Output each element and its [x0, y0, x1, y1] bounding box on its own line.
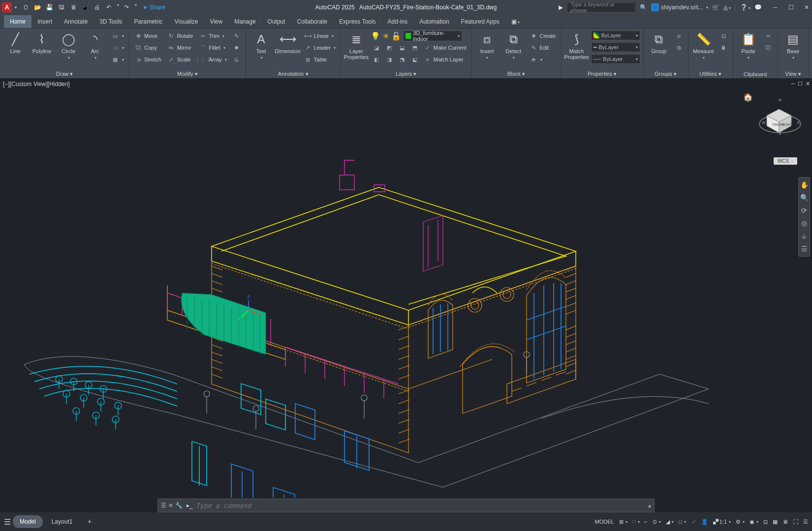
- panel-draw-label[interactable]: Draw ▾: [3, 70, 126, 78]
- app-menu-icon[interactable]: A: [2, 2, 12, 12]
- transparency-icon[interactable]: 👤: [701, 519, 708, 525]
- cart-icon[interactable]: 🛒: [712, 4, 719, 11]
- edit-block-button[interactable]: ✎Edit: [528, 42, 558, 53]
- arc-button[interactable]: ◝Arc▾: [83, 30, 107, 60]
- annotation-monitor-icon[interactable]: ⊡: [763, 519, 768, 525]
- tab-collaborate[interactable]: Collaborate: [291, 15, 333, 28]
- layer-tool8[interactable]: ⬕: [409, 54, 421, 65]
- group-button[interactable]: ⧉Group: [647, 30, 671, 54]
- tab-visualize[interactable]: Visualize: [169, 15, 204, 28]
- vp-minimize[interactable]: ─: [791, 81, 795, 87]
- osnap-icon[interactable]: □ ▾: [679, 519, 686, 525]
- util2[interactable]: 🖩: [718, 42, 730, 53]
- table-button[interactable]: ⊞Table: [302, 54, 338, 65]
- panel-layers-label[interactable]: Layers ▾: [344, 70, 468, 78]
- plot-icon[interactable]: 🖨: [93, 3, 101, 12]
- customize-status-icon[interactable]: ☰: [803, 519, 808, 525]
- chat-icon[interactable]: 💬: [754, 4, 762, 11]
- cmd-expand-icon[interactable]: ▴: [648, 502, 651, 509]
- vp-close[interactable]: ✕: [806, 81, 810, 87]
- hatch-button[interactable]: ▦▾: [109, 54, 126, 65]
- vp-maximize[interactable]: ☐: [798, 81, 803, 87]
- autodesk-icon[interactable]: ◬▾: [723, 4, 731, 11]
- dimension-button[interactable]: ⟷Dimension: [276, 30, 300, 54]
- match-layer-button[interactable]: ≡Match Layer: [422, 54, 466, 65]
- status-model[interactable]: MODEL: [594, 519, 614, 525]
- mobile-icon[interactable]: 📱: [81, 3, 90, 12]
- undo-icon[interactable]: ↶: [104, 3, 113, 12]
- polyline-button[interactable]: ⌇Polyline: [30, 30, 54, 54]
- create-block-button[interactable]: ✚Create: [528, 30, 558, 41]
- copy-clip-button[interactable]: ⿻: [763, 42, 775, 53]
- tab-parametric[interactable]: Parametric: [128, 15, 169, 28]
- panel-properties-label[interactable]: Properties ▾: [564, 70, 640, 78]
- circle-button[interactable]: ◯Circle▾: [56, 30, 81, 60]
- text-button[interactable]: AText▾: [249, 30, 274, 60]
- tab-featuredapps[interactable]: Featured Apps: [455, 15, 505, 28]
- snap-icon[interactable]: ∷ ▾: [632, 519, 640, 525]
- isolate-icon[interactable]: ▦: [773, 519, 778, 525]
- tab-view[interactable]: View: [204, 15, 228, 28]
- layer-properties-button[interactable]: ≣Layer Properties: [344, 30, 369, 60]
- paste-button[interactable]: 📋Paste▾: [736, 30, 761, 60]
- cmd-close-icon[interactable]: ✕: [168, 502, 173, 509]
- menu-icon[interactable]: ☰: [4, 517, 11, 527]
- layout1-tab[interactable]: Layout1: [45, 515, 80, 528]
- mirror-button[interactable]: ⇋Mirror: [165, 42, 195, 53]
- layer-tool1[interactable]: ◪: [371, 42, 382, 53]
- ortho-icon[interactable]: ⌐: [645, 519, 648, 525]
- edit-attr-button[interactable]: ⬘▾: [528, 54, 558, 65]
- app-menu-dropdown[interactable]: ▼: [14, 5, 18, 10]
- tab-insert[interactable]: Insert: [31, 15, 58, 28]
- layer-sun-icon[interactable]: ☀: [382, 31, 389, 41]
- panel-annotation-label[interactable]: Annotation ▾: [249, 70, 338, 78]
- open-icon[interactable]: 📂: [33, 3, 42, 12]
- save-icon[interactable]: 💾: [45, 3, 54, 12]
- layer-bulb-icon[interactable]: 💡: [371, 31, 380, 41]
- line-button[interactable]: ╱Line: [3, 30, 28, 54]
- eraser-button[interactable]: ✎: [231, 30, 243, 41]
- share-button[interactable]: ➤ Share: [143, 4, 165, 11]
- maximize-button[interactable]: ☐: [787, 4, 794, 11]
- trim-button[interactable]: ✂Trim▾: [197, 30, 228, 41]
- layer-tool4[interactable]: ⬒: [409, 42, 421, 53]
- explode-button[interactable]: ✸: [231, 42, 243, 53]
- panel-utilities-label[interactable]: Utilities ▾: [691, 70, 730, 78]
- panel-modify-label[interactable]: Modify ▾: [132, 70, 243, 78]
- util1[interactable]: ⊡: [718, 30, 730, 41]
- tab-automation[interactable]: Automation: [413, 15, 455, 28]
- base-button[interactable]: ▤Base▾: [781, 30, 806, 60]
- tab-home[interactable]: Home: [4, 15, 31, 28]
- layer-combo[interactable]: 3D_furniture-indoor▾: [403, 30, 462, 41]
- tab-annotate[interactable]: Annotate: [58, 15, 94, 28]
- grid-icon[interactable]: ⊞ ▾: [619, 519, 627, 525]
- web-icon[interactable]: 🖥: [69, 3, 78, 12]
- close-button[interactable]: ✕: [803, 4, 810, 11]
- color-combo[interactable]: ByLayer▾: [591, 30, 640, 40]
- match-properties-button[interactable]: ⟆Match Properties: [564, 30, 589, 60]
- cmd-recent-icon[interactable]: ☰: [161, 502, 166, 509]
- group-edit-button[interactable]: ⧉: [673, 42, 685, 53]
- redo-icon[interactable]: ↷: [122, 3, 131, 12]
- workspace-icon[interactable]: ◉ ▾: [750, 519, 758, 525]
- model-tab[interactable]: Model: [13, 515, 43, 528]
- lwt-icon[interactable]: ⟋: [691, 519, 696, 525]
- rotate-button[interactable]: ↻Rotate: [165, 30, 195, 41]
- layer-tool6[interactable]: ◨: [383, 54, 395, 65]
- insert-button[interactable]: ⧈Insert▾: [474, 30, 499, 60]
- lineweight-combo[interactable]: ━ByLayer▾: [591, 42, 640, 52]
- move-button[interactable]: ✥Move: [132, 30, 163, 41]
- saveas-icon[interactable]: 🖫: [57, 3, 66, 12]
- command-input[interactable]: [196, 502, 648, 509]
- tab-addins[interactable]: Add-ins: [381, 15, 413, 28]
- drawing-canvas[interactable]: [−][Custom View][Hidden] ─ ☐ ✕ 🏠 N W E S…: [0, 79, 812, 512]
- offset-button[interactable]: ⊆: [231, 54, 243, 65]
- gear-icon[interactable]: ⚙ ▾: [736, 519, 745, 525]
- polar-icon[interactable]: ⊙ ▾: [653, 519, 661, 525]
- layer-tool5[interactable]: ◧: [371, 54, 382, 65]
- help-icon[interactable]: ❔▾: [740, 4, 750, 11]
- tab-manage[interactable]: Manage: [228, 15, 261, 28]
- layer-tool2[interactable]: ◩: [383, 42, 395, 53]
- ellipse-button[interactable]: ⬭▾: [109, 42, 126, 53]
- detect-button[interactable]: ⧉Detect▾: [501, 30, 526, 60]
